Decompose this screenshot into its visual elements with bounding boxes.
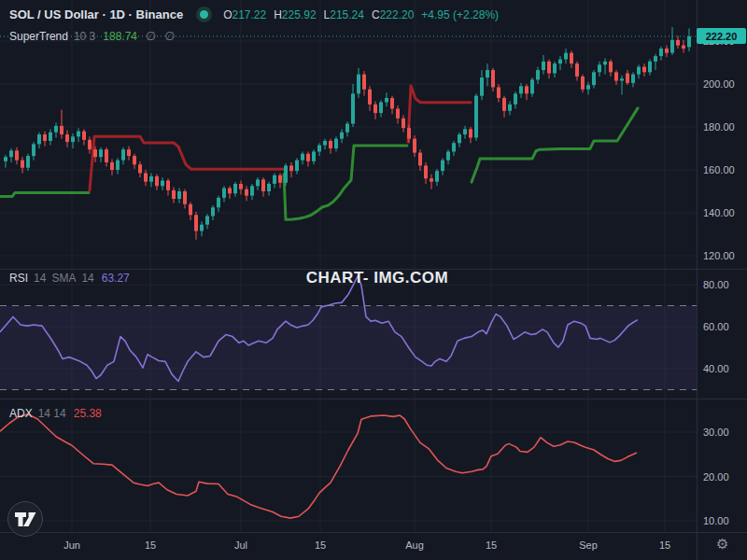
rsi-axis-label: 40.00 — [703, 363, 729, 374]
time-axis-label: 15 — [486, 539, 497, 551]
rsi-param: 14 — [34, 272, 46, 285]
time-axis-label: 15 — [315, 539, 326, 551]
symbol-legend[interactable]: SOL / US Dollar · 1D · Binance O217.22 H… — [9, 7, 499, 22]
price-axis-label: 160.00 — [703, 164, 735, 175]
settings-gear-icon[interactable]: ⚙ — [716, 536, 728, 553]
price-axis-label: 180.00 — [703, 121, 735, 133]
ohlc-high: H225.92 — [274, 8, 316, 21]
ohlc-open: O217.22 — [223, 8, 266, 21]
price-axis-label: 120.00 — [703, 250, 735, 261]
supertrend-legend[interactable]: SuperTrend 10 3 188.74 ∅ ∅ — [9, 29, 176, 43]
watermark: CHART- IMG.COM — [306, 269, 448, 287]
empty-set-icon: ∅ — [146, 29, 156, 43]
last-price-badge[interactable]: 222.20 — [697, 28, 746, 44]
adx-value: 25.38 — [74, 407, 102, 420]
time-axis-label: Sep — [579, 539, 598, 551]
adx-name: ADX — [9, 407, 33, 420]
price-change: +4.95 (+2.28%) — [421, 8, 499, 21]
rsi-value: 63.27 — [102, 272, 130, 285]
adx-params: 14 14 — [38, 407, 66, 420]
ohlc-close: C222.20 — [372, 8, 414, 21]
supertrend-name: SuperTrend — [9, 30, 68, 43]
time-axis-label: Aug — [405, 539, 424, 551]
time-axis-label: Jun — [63, 539, 80, 551]
time-axis-label: Jul — [234, 539, 247, 551]
time-axis-label: 15 — [659, 539, 670, 551]
empty-set-icon: ∅ — [164, 29, 175, 43]
adx-axis-label: 10.00 — [703, 515, 729, 526]
rsi-sma-label: SMA — [51, 272, 76, 285]
adx-axis-label: 20.00 — [703, 471, 729, 483]
rsi-name: RSI — [9, 272, 28, 285]
supertrend-params: 10 3 — [74, 30, 95, 43]
price-axis-label: 200.00 — [703, 78, 735, 90]
symbol-title: SOL / US Dollar · 1D · Binance — [9, 7, 183, 21]
price-axis-label: 140.00 — [703, 207, 735, 218]
rsi-sma-param: 14 — [81, 272, 93, 285]
market-status-icon[interactable] — [196, 7, 212, 22]
adx-legend[interactable]: ADX 14 14 25.38 — [9, 407, 102, 420]
rsi-axis-label: 60.00 — [703, 321, 729, 332]
rsi-legend[interactable]: RSI 14 SMA 14 63.27 — [9, 272, 130, 285]
ohlc-low: L215.24 — [324, 8, 364, 21]
time-axis-label: 15 — [145, 539, 156, 551]
chart-root: 220.00200.00180.00160.00140.00120.0080.0… — [0, 0, 747, 560]
rsi-axis-label: 80.00 — [703, 279, 729, 290]
supertrend-value: 188.74 — [103, 30, 137, 43]
adx-axis-label: 30.00 — [703, 427, 729, 438]
tradingview-logo[interactable] — [7, 501, 45, 539]
